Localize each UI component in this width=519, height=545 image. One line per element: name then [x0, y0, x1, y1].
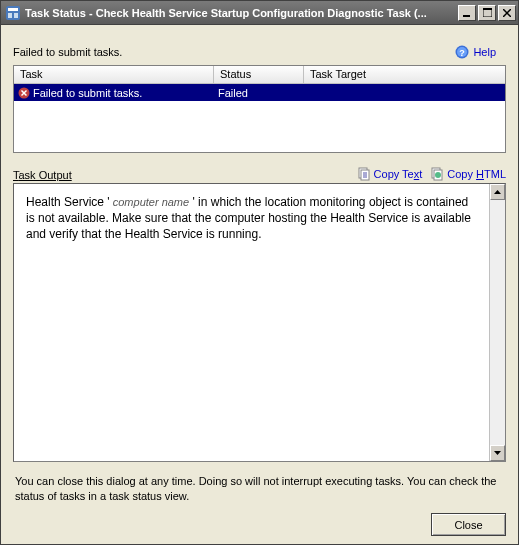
footer-note: You can close this dialog at any time. D… — [13, 472, 506, 503]
output-header: Task Output Copy Text Copy HTML — [13, 167, 506, 181]
scroll-track[interactable] — [490, 200, 505, 445]
table-header: Task Status Task Target — [14, 66, 505, 84]
window-controls — [458, 5, 516, 21]
cell-status: Failed — [214, 87, 304, 99]
copy-links: Copy Text Copy HTML — [357, 167, 506, 181]
titlebar: Task Status - Check Health Service Start… — [1, 1, 518, 25]
content-area: Failed to submit tasks. ? Help Task Stat… — [1, 25, 518, 544]
output-box: Health Service ' computer name ' in whic… — [13, 183, 506, 462]
window-title: Task Status - Check Health Service Start… — [25, 7, 458, 19]
app-icon — [5, 5, 21, 21]
output-message-prefix: Health Service ' — [26, 195, 110, 209]
cell-task: Failed to submit tasks. — [14, 87, 214, 99]
minimize-button[interactable] — [458, 5, 476, 21]
output-placeholder: computer name — [110, 196, 189, 208]
svg-text:?: ? — [460, 48, 466, 58]
col-header-target[interactable]: Task Target — [304, 66, 505, 83]
output-text[interactable]: Health Service ' computer name ' in whic… — [14, 184, 489, 461]
copy-text-label: Copy Text — [374, 168, 423, 180]
copy-html-icon — [430, 167, 444, 181]
scroll-down-button[interactable] — [490, 445, 505, 461]
task-table: Task Status Task Target Failed to submit… — [13, 65, 506, 153]
svg-rect-3 — [14, 13, 18, 18]
copy-text-link[interactable]: Copy Text — [357, 167, 423, 181]
copy-html-label: Copy HTML — [447, 168, 506, 180]
svg-rect-4 — [463, 15, 470, 17]
help-icon: ? — [455, 45, 469, 59]
svg-rect-1 — [8, 8, 18, 11]
maximize-button[interactable] — [478, 5, 496, 21]
cell-task-text: Failed to submit tasks. — [33, 87, 142, 99]
summary-row: Failed to submit tasks. ? Help — [13, 45, 506, 59]
copy-html-link[interactable]: Copy HTML — [430, 167, 506, 181]
help-link[interactable]: ? Help — [455, 45, 496, 59]
close-button[interactable]: Close — [431, 513, 506, 536]
col-header-status[interactable]: Status — [214, 66, 304, 83]
button-row: Close — [13, 513, 506, 536]
output-section: Task Output Copy Text Copy HTML — [13, 167, 506, 462]
status-summary: Failed to submit tasks. — [13, 46, 122, 58]
table-row[interactable]: Failed to submit tasks. Failed — [14, 84, 505, 101]
scrollbar[interactable] — [489, 184, 505, 461]
svg-marker-24 — [494, 451, 501, 455]
col-header-task[interactable]: Task — [14, 66, 214, 83]
close-window-button[interactable] — [498, 5, 516, 21]
task-status-dialog: Task Status - Check Health Service Start… — [0, 0, 519, 545]
help-label: Help — [473, 46, 496, 58]
svg-rect-6 — [483, 8, 492, 10]
scroll-up-button[interactable] — [490, 184, 505, 200]
svg-point-22 — [435, 172, 441, 178]
copy-text-icon — [357, 167, 371, 181]
svg-rect-2 — [8, 13, 12, 18]
output-label: Task Output — [13, 169, 72, 181]
error-icon — [18, 87, 30, 99]
svg-marker-23 — [494, 190, 501, 194]
